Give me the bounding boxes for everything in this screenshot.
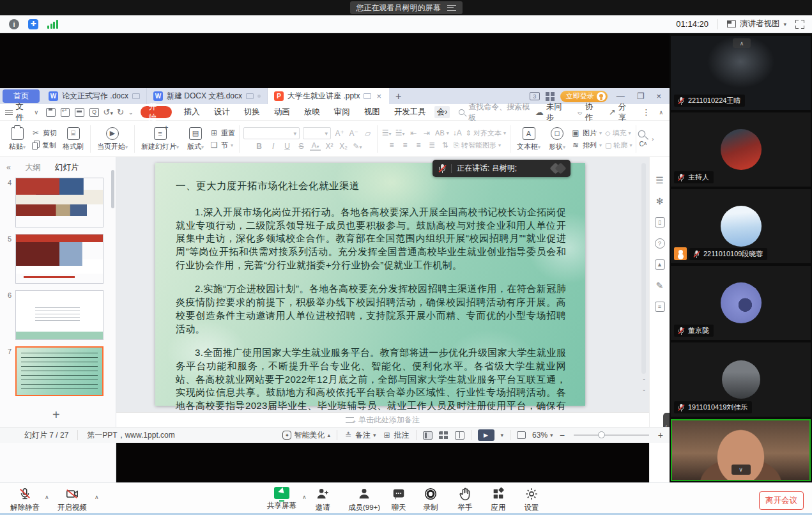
command-search[interactable]: 查找命令、搜索模板	[459, 102, 535, 123]
tab-doc-2[interactable]: W 新建 DOCX 文档.docx	[147, 88, 268, 104]
justify-icon[interactable]: ≣	[427, 141, 437, 150]
tab-outline[interactable]: 大纲	[25, 162, 41, 173]
panel-scrollbar[interactable]	[111, 170, 114, 208]
chat-button[interactable]: 聊天	[391, 487, 406, 512]
text-direction-button[interactable]: AB▾	[435, 129, 449, 137]
next-slide-button[interactable]: ⌄	[640, 386, 648, 394]
strikethrough-button[interactable]: S	[296, 142, 307, 151]
print-icon[interactable]	[75, 108, 84, 117]
find-icon[interactable]	[638, 130, 646, 137]
ribbon-tab-member[interactable]: 会›	[434, 106, 450, 118]
add-slide-button[interactable]: +	[52, 408, 60, 422]
comment-button[interactable]: ⊞批注	[383, 430, 410, 441]
paste-button[interactable]: 粘贴▾	[6, 127, 28, 151]
bullets-button[interactable]: ☰▾	[381, 128, 392, 137]
tab-doc-active[interactable]: P 大学生就业讲座 .pptx ×	[268, 88, 389, 104]
slide-sorter-icon[interactable]	[439, 431, 448, 440]
slide-thumbnail-5[interactable]	[15, 234, 103, 284]
shapes-button[interactable]: ◻ 形状▾	[546, 127, 568, 151]
share-button[interactable]: ↗分享	[609, 102, 633, 123]
zoom-slider[interactable]	[574, 434, 649, 436]
previous-slide-button[interactable]: ⌃	[640, 378, 648, 385]
save-icon[interactable]	[46, 108, 56, 117]
view-mode-dropdown[interactable]: 演讲者视图 ▾	[727, 19, 786, 29]
effects-icon[interactable]: ✻	[655, 196, 665, 206]
apps-button[interactable]: 应用	[491, 487, 506, 512]
reset-button[interactable]: ⊞重置	[210, 128, 235, 138]
ribbon-tab-view[interactable]: 视图	[357, 107, 387, 118]
pen-icon[interactable]: ✎	[655, 281, 665, 291]
ribbon-expand-icon[interactable]: ›	[652, 136, 654, 142]
collapse-ribbon-icon[interactable]: ∧	[659, 109, 663, 116]
new-slide-button[interactable]: ≡ 新建幻灯片▾	[139, 127, 181, 151]
unmute-button[interactable]: 解除静音	[10, 487, 40, 512]
tab-slides[interactable]: 幻灯片	[55, 162, 79, 173]
arrange-button[interactable]: ≋排列▾	[571, 141, 602, 150]
workspace-icon[interactable]: 3	[530, 92, 540, 100]
font-color-button[interactable]: A▾	[310, 142, 321, 151]
play-from-current-button[interactable]: ▶ 当页开始▾	[95, 127, 130, 151]
zoom-out-button[interactable]: −	[560, 430, 565, 440]
sidebar-collapse-icon[interactable]: ∧	[733, 38, 751, 48]
distribute-icon[interactable]: ⇅	[440, 141, 450, 150]
collaborate-button[interactable]: ⌔协作	[578, 102, 600, 123]
login-button[interactable]: 立即登录	[560, 91, 608, 102]
share-screen-button[interactable]: 共享屏幕	[267, 487, 296, 511]
ribbon-tab-animation[interactable]: 动画	[267, 107, 297, 118]
align-center-icon[interactable]: ≡	[400, 141, 410, 150]
ribbon-tab-review[interactable]: 审阅	[327, 107, 357, 118]
self-video-tile[interactable]: ∨	[671, 419, 811, 481]
start-video-button[interactable]: 开启视频	[57, 487, 87, 512]
security-shield-icon[interactable]: ✚	[28, 19, 38, 29]
record-button[interactable]: 录制	[423, 487, 438, 512]
section-button[interactable]: ❏节▾	[210, 141, 235, 150]
help-icon[interactable]: ?	[655, 238, 665, 249]
clear-format-icon[interactable]: ▱	[362, 129, 373, 138]
export-icon[interactable]	[61, 108, 70, 117]
fill-button[interactable]: ◇填充▾	[605, 128, 632, 138]
play-options-icon[interactable]: ▾	[501, 432, 504, 438]
increase-indent-icon[interactable]: ⇥	[422, 128, 432, 137]
slide-thumbnail-4[interactable]	[15, 178, 103, 227]
close-tab-icon[interactable]: ×	[375, 91, 383, 101]
fullscreen-icon[interactable]	[795, 20, 804, 29]
notes-bar[interactable]: 单击此处添加备注	[116, 412, 649, 427]
restore-button[interactable]: ❐	[634, 91, 648, 101]
canvas-scrollbar[interactable]	[641, 163, 646, 374]
increase-font-icon[interactable]: A⁺	[334, 129, 345, 138]
textbox-button[interactable]: A 文本框▾	[514, 127, 543, 151]
normal-view-icon[interactable]	[423, 431, 433, 440]
zoom-knob[interactable]	[598, 431, 605, 438]
smartart-convert-button[interactable]: ⎘ 转智能图形▾	[454, 141, 501, 150]
participant-tile[interactable]: 主持人	[671, 112, 811, 187]
cut-button[interactable]: ✂剪切	[31, 128, 57, 138]
new-tab-button[interactable]: +	[389, 91, 408, 102]
slide-thumbnail-6[interactable]	[15, 290, 103, 340]
align-left-icon[interactable]: ≡	[387, 141, 397, 150]
superscript-button[interactable]: X²	[324, 142, 335, 151]
slideshow-play-button[interactable]: ▶	[478, 429, 494, 441]
ribbon-toggle-icon[interactable]: ⌄	[128, 109, 134, 116]
decrease-indent-icon[interactable]: ⇤	[408, 128, 418, 137]
ribbon-tab-insert[interactable]: 插入	[177, 107, 207, 118]
participant-tile[interactable]: 董京陇	[671, 266, 811, 340]
font-size-select[interactable]: ▾	[303, 127, 331, 139]
file-menu[interactable]: 文件 ∨	[0, 102, 43, 123]
ribbon-tab-transition[interactable]: 切换	[237, 107, 267, 118]
align-text-button[interactable]: ⇕ 对齐文本▾	[466, 128, 506, 138]
picture-button[interactable]: ▣图片▾	[571, 128, 602, 138]
image-panel-icon[interactable]: ▲	[655, 259, 665, 270]
italic-button[interactable]: I	[268, 142, 279, 151]
beautify-button[interactable]: ✦智能美化▴	[282, 430, 330, 441]
mic-options-icon[interactable]: ∧	[45, 494, 49, 500]
print-preview-icon[interactable]	[89, 108, 99, 117]
sync-status[interactable]: ☁未同步	[535, 102, 569, 123]
zoom-in-button[interactable]: +	[658, 430, 663, 440]
note-button[interactable]: ≛备注▾	[344, 430, 376, 441]
translate-icon[interactable]: Cᴬ	[639, 141, 647, 148]
participant-tile[interactable]: 1911010419刘佳乐	[671, 342, 811, 417]
format-painter-button[interactable]: ⌸ 格式刷	[60, 127, 86, 151]
line-spacing-button[interactable]: ↓A	[452, 128, 463, 137]
layout-button[interactable]: ▤ 版式▾	[185, 127, 206, 151]
highlight-button[interactable]: ✎▾	[352, 142, 363, 151]
